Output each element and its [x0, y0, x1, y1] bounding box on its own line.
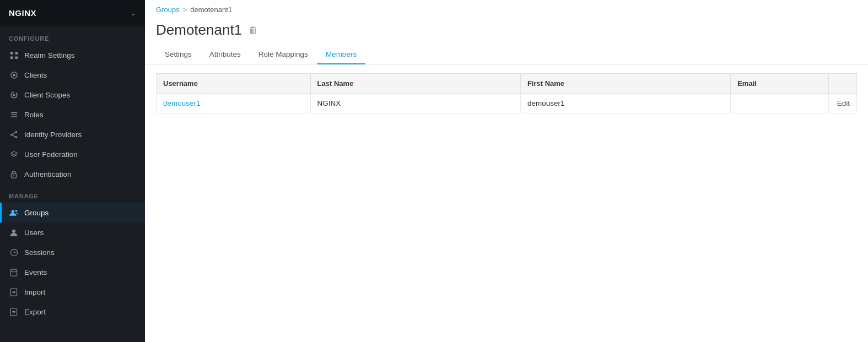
manage-section-label: Manage — [0, 184, 145, 203]
svg-point-20 — [12, 229, 15, 232]
table-row: demouser1NGINXdemouser1Edit — [157, 94, 857, 113]
sidebar-item-label: User Federation — [24, 150, 78, 159]
sidebar-item-import[interactable]: Import — [0, 282, 145, 302]
sidebar-item-users[interactable]: Users — [0, 222, 145, 242]
svg-rect-1 — [15, 51, 18, 54]
clock-icon — [9, 247, 19, 257]
tab-role-mappings[interactable]: Role Mappings — [250, 45, 317, 64]
sidebar-item-sessions[interactable]: Sessions — [0, 242, 145, 262]
svg-point-19 — [15, 209, 17, 211]
sidebar-item-label: Identity Providers — [24, 131, 82, 139]
svg-point-18 — [12, 210, 14, 213]
breadcrumb-separator: > — [183, 6, 187, 14]
svg-point-5 — [13, 74, 15, 77]
page-title: Demotenant1 — [156, 21, 242, 39]
breadcrumb: Groups > demotenant1 — [145, 0, 868, 17]
svg-point-12 — [15, 136, 17, 138]
sidebar-item-label: Client Scopes — [24, 91, 70, 99]
share-icon — [9, 129, 19, 139]
column-lastname: Last Name — [310, 74, 520, 94]
tab-attributes[interactable]: Attributes — [201, 45, 250, 64]
sidebar-item-label: Export — [24, 308, 46, 316]
svg-point-10 — [15, 131, 17, 133]
app-title: NGINX — [9, 8, 36, 18]
svg-rect-0 — [10, 51, 13, 54]
cog-icon — [9, 90, 19, 100]
sidebar-header[interactable]: NGINX ⌄ — [0, 0, 145, 26]
breadcrumb-current: demotenant1 — [190, 6, 232, 14]
cell-email — [731, 94, 829, 113]
list-icon — [9, 110, 19, 120]
breadcrumb-parent-link[interactable]: Groups — [156, 6, 180, 14]
chevron-down-icon: ⌄ — [131, 9, 136, 17]
username-link[interactable]: demouser1 — [163, 99, 201, 107]
svg-marker-15 — [10, 151, 17, 155]
layers-icon — [9, 149, 19, 159]
sidebar-item-export[interactable]: Export — [0, 302, 145, 322]
cell-action: Edit — [829, 94, 857, 113]
column-firstname: First Name — [520, 74, 730, 94]
page-header: Demotenant1 🗑 — [145, 17, 868, 45]
svg-line-13 — [12, 132, 15, 134]
cell-firstname: demouser1 — [520, 94, 730, 113]
members-table-container: Username Last Name First Name Email demo… — [145, 64, 868, 122]
sidebar-item-label: Authentication — [24, 170, 72, 178]
svg-rect-9 — [10, 116, 17, 117]
sidebar-item-user-federation[interactable]: User Federation — [0, 144, 145, 164]
sidebar-item-identity-providers[interactable]: Identity Providers — [0, 124, 145, 144]
svg-rect-3 — [15, 56, 18, 59]
import-icon — [9, 287, 19, 297]
tab-bar: Settings Attributes Role Mappings Member… — [145, 45, 868, 64]
delete-icon[interactable]: 🗑 — [249, 25, 258, 36]
members-table: Username Last Name First Name Email demo… — [156, 73, 857, 113]
sidebar-item-groups[interactable]: Groups — [0, 203, 145, 222]
svg-point-17 — [13, 175, 14, 176]
sidebar-item-label: Realm Settings — [24, 51, 75, 59]
tab-settings[interactable]: Settings — [156, 45, 201, 64]
svg-rect-8 — [10, 114, 17, 115]
configure-section-label: Configure — [0, 26, 145, 45]
sidebar-item-label: Clients — [24, 71, 47, 79]
svg-point-11 — [10, 133, 12, 135]
sidebar-item-label: Import — [24, 288, 45, 296]
main-content: Groups > demotenant1 Demotenant1 🗑 Setti… — [145, 0, 868, 342]
sidebar: NGINX ⌄ Configure Realm Settings Clients… — [0, 0, 145, 342]
sidebar-item-label: Users — [24, 229, 44, 237]
sidebar-item-label: Groups — [24, 209, 48, 217]
column-email: Email — [731, 74, 829, 94]
column-action — [829, 74, 857, 94]
sidebar-item-clients[interactable]: Clients — [0, 65, 145, 85]
calendar-icon — [9, 267, 19, 277]
tab-members[interactable]: Members — [317, 45, 365, 64]
sidebar-item-label: Events — [24, 268, 47, 276]
cell-username: demouser1 — [157, 94, 311, 113]
sidebar-item-label: Roles — [24, 111, 44, 119]
column-username: Username — [157, 74, 311, 94]
users-icon — [9, 208, 19, 218]
cell-lastname: NGINX — [310, 94, 520, 113]
user-icon — [9, 227, 19, 237]
svg-rect-7 — [10, 112, 17, 112]
table-header-row: Username Last Name First Name Email — [157, 74, 857, 94]
sidebar-item-label: Sessions — [24, 248, 55, 257]
grid-icon — [9, 50, 19, 60]
svg-point-6 — [13, 94, 15, 96]
circle-icon — [9, 70, 19, 80]
lock-icon — [9, 169, 19, 179]
svg-line-14 — [12, 135, 15, 137]
sidebar-item-authentication[interactable]: Authentication — [0, 164, 145, 184]
sidebar-item-client-scopes[interactable]: Client Scopes — [0, 85, 145, 105]
export-icon — [9, 307, 19, 317]
sidebar-item-realm-settings[interactable]: Realm Settings — [0, 45, 145, 65]
svg-rect-24 — [10, 269, 17, 275]
edit-button[interactable]: Edit — [837, 99, 850, 107]
sidebar-item-events[interactable]: Events — [0, 262, 145, 282]
sidebar-item-roles[interactable]: Roles — [0, 105, 145, 124]
svg-rect-2 — [10, 56, 13, 59]
